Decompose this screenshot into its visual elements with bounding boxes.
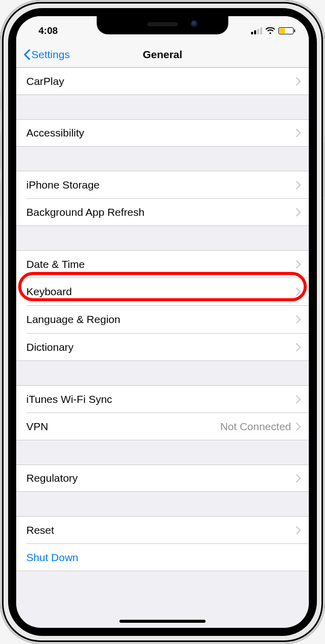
chevron-right-icon (296, 260, 301, 268)
back-label: Settings (31, 49, 70, 61)
cell-label: Accessibility (26, 127, 296, 139)
chevron-right-icon (296, 288, 301, 296)
cell-shut-down[interactable]: Shut Down (16, 544, 309, 571)
cell-carplay[interactable]: CarPlay (16, 68, 309, 95)
screen: 4:08 Settings General (16, 16, 309, 628)
chevron-right-icon (296, 77, 301, 85)
chevron-right-icon (296, 423, 301, 431)
cell-label: Date & Time (26, 258, 296, 270)
chevron-right-icon (296, 208, 301, 216)
cell-detail: Not Connected (220, 421, 291, 433)
cell-iphone-storage[interactable]: iPhone Storage (16, 171, 309, 198)
chevron-right-icon (296, 343, 301, 351)
cell-regulatory[interactable]: Regulatory (16, 465, 309, 492)
chevron-right-icon (296, 315, 301, 324)
cell-label: Background App Refresh (26, 206, 296, 218)
cell-label: iPhone Storage (26, 179, 296, 191)
wifi-icon (265, 27, 275, 34)
volume-up-button (0, 131, 2, 169)
volume-down-button (0, 179, 2, 217)
chevron-left-icon (23, 49, 30, 60)
cell-language-region[interactable]: Language & Region (16, 306, 309, 333)
cell-keyboard[interactable]: Keyboard (16, 278, 309, 305)
cell-label: Language & Region (26, 313, 296, 326)
home-indicator[interactable] (119, 620, 206, 623)
status-time: 4:08 (38, 25, 58, 36)
navigation-bar: Settings General (16, 41, 309, 68)
cell-label: Dictionary (26, 341, 296, 353)
cell-label: VPN (26, 421, 220, 433)
cell-background-app-refresh[interactable]: Background App Refresh (16, 199, 309, 226)
back-button[interactable]: Settings (23, 49, 70, 61)
cell-label: CarPlay (26, 75, 296, 87)
cell-date-time[interactable]: Date & Time (16, 250, 309, 278)
settings-list[interactable]: CarPlay Accessibility iPhone Storage (16, 68, 309, 628)
cell-label: Reset (26, 524, 296, 536)
cell-itunes-wifi-sync[interactable]: iTunes Wi-Fi Sync (16, 385, 309, 412)
chevron-right-icon (296, 129, 301, 137)
page-title: General (143, 49, 182, 61)
cell-label: iTunes Wi-Fi Sync (26, 393, 296, 405)
cellular-icon (251, 27, 262, 34)
cell-dictionary[interactable]: Dictionary (16, 334, 309, 361)
cell-reset[interactable]: Reset (16, 516, 309, 543)
chevron-right-icon (296, 526, 301, 534)
cell-label: Regulatory (26, 472, 296, 484)
notch (97, 16, 228, 34)
cell-label: Shut Down (26, 551, 309, 564)
chevron-right-icon (296, 474, 301, 482)
device-frame: 4:08 Settings General (0, 0, 325, 644)
cell-vpn[interactable]: VPN Not Connected (16, 413, 309, 440)
mute-switch (0, 91, 2, 111)
chevron-right-icon (296, 395, 301, 403)
cell-label: Keyboard (26, 286, 296, 298)
cell-accessibility[interactable]: Accessibility (16, 119, 309, 147)
battery-icon (278, 27, 294, 34)
chevron-right-icon (296, 181, 301, 189)
